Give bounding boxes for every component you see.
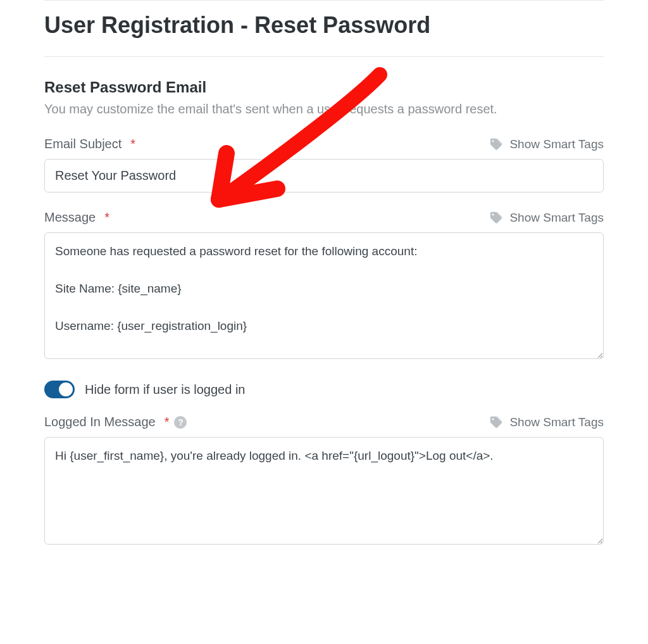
logged-in-message-textarea[interactable] [44, 437, 604, 545]
email-subject-label: Email Subject* [44, 137, 135, 151]
section-description: You may customize the email that's sent … [44, 100, 604, 118]
tag-icon [489, 211, 503, 225]
hide-form-toggle-row: Hide form if user is logged in [44, 381, 604, 398]
section-divider [44, 56, 604, 57]
message-field: Message* Show Smart Tags [44, 210, 604, 362]
logged-in-message-label: Logged In Message* ? [44, 415, 187, 429]
help-icon[interactable]: ? [174, 416, 187, 429]
section-title: Reset Password Email [44, 79, 604, 96]
required-mark: * [104, 210, 109, 225]
top-divider [44, 0, 604, 1]
hide-form-toggle-label: Hide form if user is logged in [85, 382, 245, 397]
email-subject-field: Email Subject* Show Smart Tags [44, 137, 604, 193]
show-smart-tags-button[interactable]: Show Smart Tags [489, 211, 604, 225]
tag-icon [489, 415, 503, 429]
required-mark: * [165, 415, 170, 429]
page-title: User Registration - Reset Password [44, 12, 604, 39]
email-subject-input[interactable] [44, 159, 604, 193]
smart-tags-label: Show Smart Tags [509, 137, 604, 151]
message-label: Message* [44, 210, 109, 225]
smart-tags-label: Show Smart Tags [509, 211, 604, 225]
message-textarea[interactable] [44, 232, 604, 359]
show-smart-tags-button[interactable]: Show Smart Tags [489, 137, 604, 151]
toggle-knob [59, 382, 73, 396]
show-smart-tags-button[interactable]: Show Smart Tags [489, 415, 604, 429]
logged-in-message-field: Logged In Message* ? Show Smart Tags [44, 415, 604, 547]
required-mark: * [130, 137, 135, 151]
smart-tags-label: Show Smart Tags [509, 415, 604, 429]
hide-form-toggle[interactable] [44, 381, 75, 398]
tag-icon [489, 137, 503, 151]
